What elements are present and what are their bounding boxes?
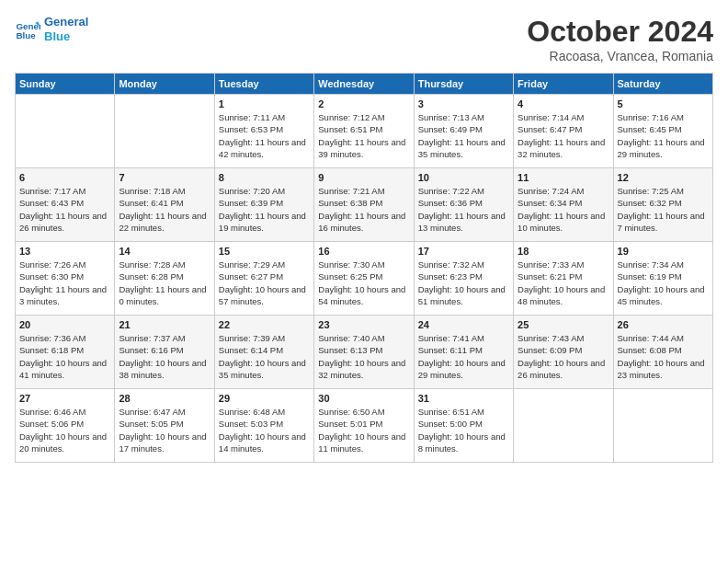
day-number: 31 [418,393,509,404]
calendar-cell: 30Sunrise: 6:50 AMSunset: 5:01 PMDayligh… [314,389,414,463]
day-number: 14 [119,246,210,257]
calendar-cell: 28Sunrise: 6:47 AMSunset: 5:05 PMDayligh… [115,389,214,463]
calendar-cell: 25Sunrise: 7:43 AMSunset: 6:09 PMDayligh… [514,316,613,389]
day-detail: Sunrise: 6:46 AMSunset: 5:06 PMDaylight:… [19,406,110,454]
day-detail: Sunrise: 7:24 AMSunset: 6:34 PMDaylight:… [518,185,609,234]
calendar-week-2: 13Sunrise: 7:26 AMSunset: 6:30 PMDayligh… [16,242,713,316]
day-detail: Sunrise: 7:17 AMSunset: 6:43 PMDaylight:… [19,185,110,234]
day-detail: Sunrise: 7:41 AMSunset: 6:11 PMDaylight:… [418,332,509,381]
day-number: 15 [219,246,310,257]
day-detail: Sunrise: 7:37 AMSunset: 6:16 PMDaylight:… [119,332,210,381]
day-detail: Sunrise: 7:33 AMSunset: 6:21 PMDaylight:… [518,259,609,307]
calendar-cell: 5Sunrise: 7:16 AMSunset: 6:45 PMDaylight… [613,95,712,168]
day-detail: Sunrise: 7:21 AMSunset: 6:38 PMDaylight:… [318,185,409,234]
logo-icon: General Blue [15,17,40,42]
location-title: Racoasa, Vrancea, Romania [527,49,713,63]
day-detail: Sunrise: 7:25 AMSunset: 6:32 PMDaylight:… [618,185,709,234]
day-number: 1 [219,98,310,109]
day-detail: Sunrise: 7:34 AMSunset: 6:19 PMDaylight:… [618,259,709,307]
calendar-cell: 18Sunrise: 7:33 AMSunset: 6:21 PMDayligh… [514,242,613,316]
day-number: 11 [518,172,609,183]
day-detail: Sunrise: 7:22 AMSunset: 6:36 PMDaylight:… [418,185,509,234]
calendar-cell: 1Sunrise: 7:11 AMSunset: 6:53 PMDaylight… [214,95,313,168]
calendar-cell: 14Sunrise: 7:28 AMSunset: 6:28 PMDayligh… [115,242,214,316]
day-number: 17 [418,246,509,257]
calendar-cell: 15Sunrise: 7:29 AMSunset: 6:27 PMDayligh… [214,242,313,316]
day-number: 24 [418,319,509,330]
day-number: 27 [19,393,110,404]
calendar-week-1: 6Sunrise: 7:17 AMSunset: 6:43 PMDaylight… [16,168,713,242]
calendar-week-3: 20Sunrise: 7:36 AMSunset: 6:18 PMDayligh… [16,316,713,389]
day-detail: Sunrise: 7:11 AMSunset: 6:53 PMDaylight:… [219,111,310,160]
calendar-cell: 19Sunrise: 7:34 AMSunset: 6:19 PMDayligh… [613,242,712,316]
calendar-cell: 21Sunrise: 7:37 AMSunset: 6:16 PMDayligh… [115,316,214,389]
calendar-table: Sunday Monday Tuesday Wednesday Thursday… [15,73,713,463]
calendar-cell: 22Sunrise: 7:39 AMSunset: 6:14 PMDayligh… [214,316,313,389]
calendar-cell: 29Sunrise: 6:48 AMSunset: 5:03 PMDayligh… [214,389,313,463]
day-detail: Sunrise: 7:36 AMSunset: 6:18 PMDaylight:… [19,332,110,381]
header: General Blue General Blue October 2024 R… [15,15,713,63]
day-number: 13 [19,246,110,257]
day-number: 19 [618,246,709,257]
day-number: 25 [518,319,609,330]
day-number: 20 [19,319,110,330]
day-number: 9 [318,172,409,183]
col-saturday: Saturday [613,74,712,95]
day-number: 29 [219,393,310,404]
day-detail: Sunrise: 6:47 AMSunset: 5:05 PMDaylight:… [119,406,210,454]
col-friday: Friday [514,74,613,95]
calendar-cell: 26Sunrise: 7:44 AMSunset: 6:08 PMDayligh… [613,316,712,389]
day-detail: Sunrise: 7:12 AMSunset: 6:51 PMDaylight:… [318,111,409,160]
day-number: 21 [119,319,210,330]
day-number: 28 [119,393,210,404]
day-number: 26 [618,319,709,330]
day-detail: Sunrise: 7:29 AMSunset: 6:27 PMDaylight:… [219,259,310,307]
calendar-cell: 12Sunrise: 7:25 AMSunset: 6:32 PMDayligh… [613,168,712,242]
logo-line1: General [44,15,88,29]
calendar-week-4: 27Sunrise: 6:46 AMSunset: 5:06 PMDayligh… [16,389,713,463]
logo-line2: Blue [44,29,88,44]
day-detail: Sunrise: 7:30 AMSunset: 6:25 PMDaylight:… [318,259,409,307]
day-number: 23 [318,319,409,330]
calendar-cell: 27Sunrise: 6:46 AMSunset: 5:06 PMDayligh… [16,389,115,463]
calendar-cell: 2Sunrise: 7:12 AMSunset: 6:51 PMDaylight… [314,95,414,168]
calendar-cell: 8Sunrise: 7:20 AMSunset: 6:39 PMDaylight… [214,168,313,242]
month-title: October 2024 [527,15,713,49]
day-number: 3 [418,98,509,109]
col-sunday: Sunday [16,74,115,95]
day-detail: Sunrise: 7:14 AMSunset: 6:47 PMDaylight:… [518,111,609,160]
col-monday: Monday [115,74,214,95]
calendar-cell [613,389,712,463]
col-thursday: Thursday [414,74,513,95]
day-number: 4 [518,98,609,109]
calendar-cell [514,389,613,463]
svg-text:Blue: Blue [16,29,36,40]
day-detail: Sunrise: 7:26 AMSunset: 6:30 PMDaylight:… [19,259,110,307]
day-detail: Sunrise: 7:16 AMSunset: 6:45 PMDaylight:… [618,111,709,160]
day-number: 8 [219,172,310,183]
day-detail: Sunrise: 7:39 AMSunset: 6:14 PMDaylight:… [219,332,310,381]
calendar-cell: 11Sunrise: 7:24 AMSunset: 6:34 PMDayligh… [514,168,613,242]
calendar-cell: 16Sunrise: 7:30 AMSunset: 6:25 PMDayligh… [314,242,414,316]
calendar-cell [115,95,214,168]
day-number: 12 [618,172,709,183]
day-number: 7 [119,172,210,183]
day-number: 6 [19,172,110,183]
day-detail: Sunrise: 7:20 AMSunset: 6:39 PMDaylight:… [219,185,310,234]
calendar-cell: 24Sunrise: 7:41 AMSunset: 6:11 PMDayligh… [414,316,513,389]
calendar-cell: 6Sunrise: 7:17 AMSunset: 6:43 PMDaylight… [16,168,115,242]
calendar-cell: 4Sunrise: 7:14 AMSunset: 6:47 PMDaylight… [514,95,613,168]
calendar-cell [16,95,115,168]
col-wednesday: Wednesday [314,74,414,95]
day-detail: Sunrise: 7:13 AMSunset: 6:49 PMDaylight:… [418,111,509,160]
day-detail: Sunrise: 7:32 AMSunset: 6:23 PMDaylight:… [418,259,509,307]
day-number: 2 [318,98,409,109]
day-number: 30 [318,393,409,404]
day-detail: Sunrise: 6:51 AMSunset: 5:00 PMDaylight:… [418,406,509,454]
day-detail: Sunrise: 7:18 AMSunset: 6:41 PMDaylight:… [119,185,210,234]
day-number: 22 [219,319,310,330]
day-detail: Sunrise: 7:40 AMSunset: 6:13 PMDaylight:… [318,332,409,381]
calendar-cell: 7Sunrise: 7:18 AMSunset: 6:41 PMDaylight… [115,168,214,242]
day-detail: Sunrise: 7:44 AMSunset: 6:08 PMDaylight:… [618,332,709,381]
calendar-week-0: 1Sunrise: 7:11 AMSunset: 6:53 PMDaylight… [16,95,713,168]
